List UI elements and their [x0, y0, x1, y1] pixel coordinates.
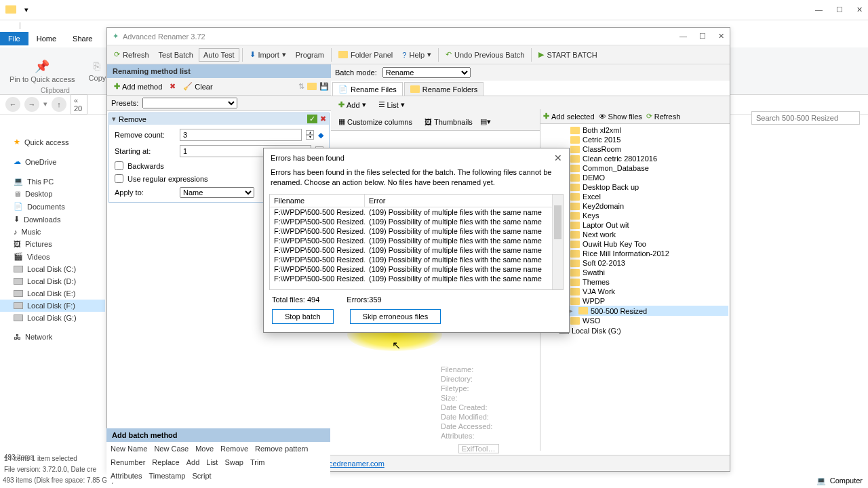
tree-item[interactable]: DEMO — [542, 173, 728, 182]
add-selected-button[interactable]: ✚Add selected — [543, 112, 595, 121]
stop-batch-button[interactable]: Stop batch — [272, 309, 334, 324]
method-link[interactable]: New Case — [154, 445, 189, 453]
sidebar-quick-access[interactable]: ★Quick access — [0, 136, 105, 148]
minimize-icon[interactable]: — — [815, 5, 823, 14]
exiftool-button[interactable]: ExifTool… — [458, 444, 499, 453]
sidebar-thispc[interactable]: 💻This PC — [0, 175, 105, 188]
help-icon[interactable]: ◆ — [318, 131, 323, 140]
method-link[interactable]: Swap — [224, 458, 243, 466]
sidebar-drive-d[interactable]: Local Disk (D:) — [0, 275, 105, 287]
close-icon[interactable]: ✕ — [718, 32, 724, 41]
program-button[interactable]: Program — [292, 49, 328, 61]
batchmode-select[interactable]: Rename — [382, 67, 471, 78]
open-icon[interactable] — [307, 83, 317, 90]
sidebar-network[interactable]: 🖧Network — [0, 331, 105, 343]
add-method-button[interactable]: ✚Add method — [109, 80, 167, 93]
folder-panel-button[interactable]: Folder Panel — [334, 49, 397, 61]
clear-button[interactable]: 🧹Clear — [178, 80, 217, 93]
expand-icon[interactable]: ▸ — [569, 306, 576, 315]
method-link[interactable]: Trim — [250, 458, 265, 466]
method-link[interactable]: Add — [186, 458, 200, 466]
thumbnails-button[interactable]: 🖼Thumbnails — [420, 116, 477, 128]
refresh-button[interactable]: ⟳Refresh — [110, 48, 153, 61]
tree-item[interactable]: Key2domain — [542, 201, 728, 211]
import-button[interactable]: ⬇Import▾ — [245, 48, 290, 61]
method-link[interactable]: List — [206, 458, 218, 466]
forward-button[interactable]: → — [24, 97, 39, 112]
sidebar-pictures[interactable]: 🖼Pictures — [0, 238, 105, 250]
col-filename[interactable]: Filename — [270, 195, 365, 207]
sidebar-onedrive[interactable]: ☁OneDrive — [0, 155, 105, 168]
col-error[interactable]: Error — [365, 195, 563, 207]
arrow-icon[interactable]: ⇅ — [298, 82, 304, 91]
tree-item[interactable]: Both xl2xml — [542, 125, 728, 135]
remove-method-header[interactable]: ▾ Remove ✓ ✖ — [109, 113, 329, 125]
table-row[interactable]: F:\WPDP\500-500 Resized…(109) Possibilit… — [270, 264, 563, 274]
tree-item[interactable]: Soft 02-2013 — [542, 258, 728, 268]
list-button[interactable]: ☰List▾ — [374, 98, 410, 111]
method-link[interactable]: Remove — [220, 445, 248, 453]
table-row[interactable]: F:\WPDP\500-500 Resized…(109) Possibilit… — [270, 207, 563, 217]
table-row[interactable]: F:\WPDP\500-500 Resized…(109) Possibilit… — [270, 245, 563, 255]
start-batch-button[interactable]: ▶START BATCH — [534, 48, 601, 61]
help-button[interactable]: ?Help▾ — [398, 48, 435, 61]
breadcrumb[interactable]: « 20 — [71, 94, 87, 115]
table-row[interactable]: F:\WPDP\500-500 Resized…(109) Possibilit… — [270, 255, 563, 264]
tree-item[interactable]: Cetric 2015 — [542, 135, 728, 144]
applyto-select[interactable]: Name — [180, 187, 254, 198]
search-input[interactable] — [751, 111, 860, 125]
skip-erroneous-button[interactable]: Skip erroneous files — [350, 309, 441, 324]
delete-icon[interactable]: ✖ — [170, 82, 176, 91]
back-button[interactable]: ← — [5, 97, 20, 112]
method-link[interactable]: Script — [192, 472, 211, 480]
sidebar-downloads[interactable]: ⬇Downloads — [0, 213, 105, 226]
sidebar-drive-f[interactable]: Local Disk (F:) — [0, 300, 105, 312]
tab-file[interactable]: File — [0, 32, 28, 45]
tree-item[interactable]: Next work — [542, 230, 728, 239]
sidebar-drive-g[interactable]: Local Disk (G:) — [0, 312, 105, 324]
table-row[interactable]: F:\WPDP\500-500 Resized…(109) Possibilit… — [270, 217, 563, 226]
tree-item[interactable]: ▸Local Disk (G:) — [542, 325, 728, 336]
sidebar-drive-e[interactable]: Local Disk (E:) — [0, 287, 105, 300]
tree-item[interactable]: ClassRoom — [542, 144, 728, 154]
test-batch-button[interactable]: Test Batch — [155, 49, 197, 61]
tree-item[interactable]: ▸500-500 Resized — [542, 306, 728, 316]
tab-share[interactable]: Share — [64, 32, 100, 45]
sidebar-documents[interactable]: 📄Documents — [0, 200, 105, 213]
method-link[interactable]: Renumber — [111, 458, 145, 466]
maximize-icon[interactable]: ☐ — [699, 32, 706, 41]
tree-item[interactable]: WSO — [542, 316, 728, 325]
table-row[interactable]: F:\WPDP\500-500 Resized…(109) Possibilit… — [270, 236, 563, 245]
check-icon[interactable]: ✓ — [307, 115, 317, 123]
tree-item[interactable]: Desktop Back up — [542, 182, 728, 192]
up-button[interactable]: ↑ — [52, 97, 66, 112]
auto-test-button[interactable]: Auto Test — [199, 48, 239, 62]
tree-item[interactable]: Excel — [542, 192, 728, 201]
method-link[interactable]: Remove pattern — [255, 445, 308, 453]
tree-item[interactable]: Rice Mill Information-2012 — [542, 249, 728, 258]
tree-item[interactable]: Keys — [542, 211, 728, 220]
method-link[interactable]: Timestamp — [149, 472, 185, 480]
tab-rename-files[interactable]: 📄Rename Files — [332, 82, 403, 96]
spinner[interactable]: ▴▾ — [306, 130, 314, 140]
tab-home[interactable]: Home — [28, 32, 64, 45]
close-icon[interactable]: ✕ — [554, 152, 562, 163]
add-button[interactable]: ✚Add▾ — [334, 98, 371, 111]
close-method-icon[interactable]: ✖ — [320, 115, 326, 123]
table-row[interactable]: F:\WPDP\500-500 Resized…(109) Possibilit… — [270, 226, 563, 236]
tree-item[interactable]: WPDP — [542, 296, 728, 306]
tree-item[interactable]: VJA Work — [542, 287, 728, 296]
minimize-icon[interactable]: — — [679, 32, 687, 41]
tab-rename-folders[interactable]: Rename Folders — [404, 82, 484, 96]
tree-item[interactable]: Laptor Out wit — [542, 220, 728, 230]
scrollbar[interactable] — [552, 195, 563, 289]
sidebar-desktop[interactable]: 🖥Desktop — [0, 188, 105, 200]
tree-item[interactable]: Swathi — [542, 268, 728, 277]
method-link[interactable]: Replace — [152, 458, 179, 466]
method-link[interactable]: Move — [195, 445, 214, 453]
table-row[interactable]: F:\WPDP\500-500 Resized…(109) Possibilit… — [270, 274, 563, 283]
sidebar-videos[interactable]: 🎬Videos — [0, 250, 105, 263]
sidebar-drive-c[interactable]: Local Disk (C:) — [0, 263, 105, 275]
customize-columns-button[interactable]: ▦Customize columns — [334, 115, 417, 128]
down-icon[interactable]: ▾ — [24, 5, 28, 14]
